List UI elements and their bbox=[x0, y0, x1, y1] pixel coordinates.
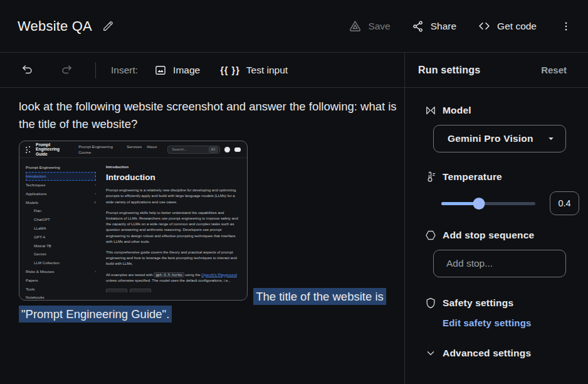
stop-sequence-input[interactable] bbox=[433, 250, 566, 277]
mini-sidebar-item-llama: LLaMA bbox=[26, 224, 96, 233]
mini-sidebar-item-applications: Applications› bbox=[26, 189, 96, 198]
github-icon bbox=[224, 147, 230, 152]
prompt-question: look at the following website screenshot… bbox=[19, 100, 397, 131]
prompt-editor[interactable]: look at the following website screenshot… bbox=[0, 88, 404, 384]
mini-sidebar-item-gpt4: GPT-4 bbox=[26, 232, 96, 241]
kebab-menu-icon bbox=[560, 21, 572, 32]
temperature-slider[interactable] bbox=[441, 197, 535, 210]
model-icon bbox=[424, 104, 437, 117]
slider-thumb[interactable] bbox=[473, 198, 485, 210]
temperature-label: Temperature bbox=[443, 171, 502, 183]
redo-button[interactable] bbox=[58, 61, 75, 79]
stop-sequence-control bbox=[433, 250, 566, 297]
thermometer-icon bbox=[424, 171, 437, 183]
braces-icon: {{ }} bbox=[220, 65, 240, 75]
mini-search-shortcut: ⌘K bbox=[209, 147, 218, 152]
mini-site-nav: Prompt Engineering Course Services About bbox=[78, 144, 157, 155]
mini-sidebar-item-models: Modelsv bbox=[26, 198, 96, 206]
mini-paragraph-2: Prompt engineering skills help to better… bbox=[106, 210, 239, 245]
mini-site-logo-icon bbox=[26, 146, 31, 153]
mini-sidebar-item-chatgpt: ChatGPT bbox=[26, 215, 96, 224]
insert-test-input-button[interactable]: {{ }} Test input bbox=[220, 65, 288, 76]
mini-playground-link: OpenAI's Playground bbox=[201, 273, 237, 277]
advanced-settings-row[interactable]: Advanced settings bbox=[405, 347, 588, 360]
header-actions: Save Share Get code bbox=[349, 19, 574, 33]
mini-site-title: Prompt Engineering Guide bbox=[36, 142, 66, 157]
run-settings-title: Run settings bbox=[418, 65, 480, 76]
mini-sidebar-item-papers: Papers bbox=[26, 275, 96, 284]
stop-sequence-row: Add stop sequence bbox=[405, 229, 588, 242]
image-icon bbox=[154, 64, 167, 77]
reset-button[interactable]: Reset bbox=[541, 65, 567, 75]
mini-sidebar-item-tools: Tools bbox=[26, 284, 96, 293]
mini-sidebar-item-mistral: Mistral 7B bbox=[26, 241, 96, 250]
chevron-down-icon bbox=[424, 347, 437, 360]
mini-sidebar-item-flan: Flan bbox=[26, 206, 96, 215]
mini-paragraph-3: This comprehensive guide covers the theo… bbox=[106, 250, 239, 267]
pencil-icon bbox=[102, 20, 114, 32]
dropdown-caret-icon bbox=[545, 133, 557, 144]
undo-button[interactable] bbox=[19, 61, 36, 79]
mini-site-body: Prompt Engineering Introduction› Techniq… bbox=[19, 158, 247, 301]
undo-icon bbox=[21, 64, 34, 77]
stop-hexagon-icon bbox=[424, 229, 437, 242]
mini-sidebar-item-introduction: Introduction› bbox=[26, 172, 96, 181]
mini-breadcrumb: Introduction bbox=[106, 164, 239, 169]
share-icon bbox=[412, 20, 424, 33]
toolbar-divider bbox=[95, 62, 96, 78]
mini-sidebar-item-techniques: Techniques› bbox=[26, 181, 96, 189]
page-title: Website QA bbox=[18, 18, 92, 35]
stop-sequence-label: Add stop sequence bbox=[443, 230, 534, 241]
get-code-button[interactable]: Get code bbox=[478, 19, 537, 33]
mini-sidebar-item-notebooks: Notebooks bbox=[26, 293, 96, 301]
mini-nav-services: Services bbox=[127, 144, 142, 155]
temperature-value[interactable]: 0.4 bbox=[550, 191, 579, 215]
embedded-website-screenshot[interactable]: Prompt Engineering Guide Prompt Engineer… bbox=[19, 141, 248, 301]
mini-site-header: Prompt Engineering Guide Prompt Engineer… bbox=[19, 141, 247, 158]
insert-label: Insert: bbox=[111, 65, 138, 76]
mini-sidebar-item-llm-collection: LLM Collection bbox=[26, 259, 96, 267]
mini-sidebar-item-risks: Risks & Misuses› bbox=[26, 267, 96, 276]
code-icon bbox=[478, 19, 491, 33]
advanced-settings-label: Advanced settings bbox=[443, 348, 531, 359]
insert-image-button[interactable]: Image bbox=[154, 64, 200, 77]
drive-save-icon bbox=[349, 19, 362, 33]
mini-nav-about: About bbox=[147, 144, 157, 155]
mini-site-content: Introduction Introduction Prompt enginee… bbox=[100, 158, 247, 301]
mini-heading: Introduction bbox=[106, 173, 239, 182]
edit-title-button[interactable] bbox=[102, 20, 114, 32]
edit-safety-settings-link[interactable]: Edit safety settings bbox=[443, 317, 532, 328]
app-window: Website QA Save bbox=[0, 0, 588, 384]
share-button[interactable]: Share bbox=[412, 20, 456, 33]
top-header: Website QA Save bbox=[0, 0, 588, 53]
mini-search-input: Search... ⌘K bbox=[167, 146, 220, 154]
run-settings-header: Run settings Reset bbox=[404, 53, 588, 88]
mini-code-chip: gpt-3.5-turbo bbox=[154, 272, 184, 277]
safety-settings-label: Safety settings bbox=[443, 297, 513, 309]
editor-toolbar: Insert: Image {{ }} Test input bbox=[0, 53, 404, 88]
mini-cutoff-chips bbox=[106, 289, 239, 292]
model-select[interactable]: Gemini Pro Vision bbox=[433, 125, 566, 152]
temperature-control: 0.4 bbox=[441, 191, 579, 215]
mini-sidebar-item-gemini: Gemini bbox=[26, 250, 96, 259]
prompt-text: look at the following website screenshot… bbox=[19, 98, 402, 323]
model-select-value: Gemini Pro Vision bbox=[448, 133, 533, 144]
safety-settings-row: Safety settings bbox=[405, 297, 588, 309]
mini-paragraph-1: Prompt engineering is a relatively new d… bbox=[106, 188, 239, 205]
redo-icon bbox=[60, 64, 73, 77]
shield-icon bbox=[424, 297, 437, 309]
mini-nav-course: Prompt Engineering Course bbox=[78, 144, 122, 155]
discord-icon bbox=[234, 147, 241, 152]
more-options-button[interactable] bbox=[558, 21, 574, 32]
temperature-row: Temperature bbox=[405, 171, 588, 183]
model-row: Model bbox=[405, 104, 588, 117]
mini-paragraph-4: All examples are tested with gpt-3.5-tur… bbox=[106, 272, 239, 284]
mini-site-sidebar: Prompt Engineering Introduction› Techniq… bbox=[19, 158, 100, 301]
run-settings-panel: Model Gemini Pro Vision Temperature bbox=[404, 88, 588, 384]
model-label: Model bbox=[443, 105, 471, 116]
save-button[interactable]: Save bbox=[349, 19, 390, 33]
mini-sidebar-section: Prompt Engineering bbox=[26, 163, 96, 172]
